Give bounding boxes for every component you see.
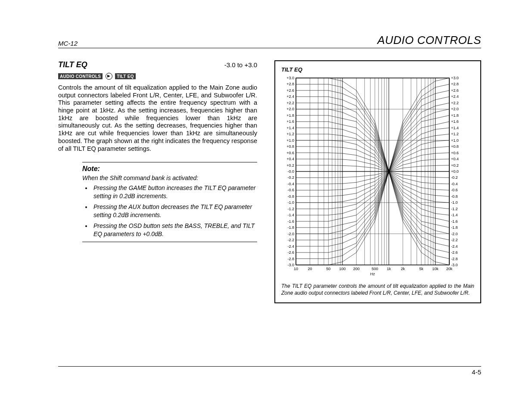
svg-text:500: 500 xyxy=(372,267,378,271)
svg-text:-2.4: -2.4 xyxy=(287,244,294,249)
svg-text:+2.8: +2.8 xyxy=(286,82,294,86)
svg-text:-2.2: -2.2 xyxy=(287,238,294,242)
svg-text:+0.8: +0.8 xyxy=(286,144,294,149)
breadcrumb-b: TILT EQ xyxy=(115,73,136,79)
svg-text:-0.2: -0.2 xyxy=(451,175,458,180)
svg-text:-2.8: -2.8 xyxy=(451,257,458,261)
svg-text:+1.2: +1.2 xyxy=(286,132,294,136)
svg-text:-3.0: -3.0 xyxy=(287,263,294,267)
svg-text:+0.4: +0.4 xyxy=(451,157,459,161)
svg-text:2k: 2k xyxy=(401,267,405,271)
svg-text:-0.8: -0.8 xyxy=(287,194,294,199)
right-column: TILT EQ +3.0+2.8+2.6+2.4+2.2+2.0+1.8+1.6… xyxy=(274,60,481,303)
svg-text:-1.0: -1.0 xyxy=(287,200,294,205)
svg-text:+1.0: +1.0 xyxy=(286,138,294,143)
svg-text:+0.2: +0.2 xyxy=(286,163,294,168)
svg-text:-0.4: -0.4 xyxy=(451,182,458,186)
svg-text:5k: 5k xyxy=(419,267,423,271)
svg-text:+2.4: +2.4 xyxy=(451,94,459,99)
svg-text:-2.2: -2.2 xyxy=(451,238,458,242)
svg-text:+2.8: +2.8 xyxy=(451,82,459,86)
svg-text:+3.0: +3.0 xyxy=(451,76,459,80)
svg-text:-1.2: -1.2 xyxy=(451,207,458,211)
svg-text:+2.6: +2.6 xyxy=(286,88,294,93)
svg-text:-1.4: -1.4 xyxy=(287,213,294,217)
svg-text:Hz: Hz xyxy=(370,272,375,276)
svg-text:-1.0: -1.0 xyxy=(451,200,458,205)
chart-title: TILT EQ xyxy=(281,66,474,73)
svg-text:10: 10 xyxy=(294,267,298,271)
svg-text:+1.0: +1.0 xyxy=(451,138,459,143)
note-box: Note: When the Shift command bank is act… xyxy=(82,159,257,242)
svg-text:-0.4: -0.4 xyxy=(287,182,294,186)
svg-text:-0.6: -0.6 xyxy=(451,188,458,192)
note-item: Pressing the AUX button decreases the TI… xyxy=(92,203,257,219)
svg-text:+2.0: +2.0 xyxy=(451,107,459,111)
chart-caption: The TILT EQ parameter controls the amoun… xyxy=(281,283,474,296)
svg-text:100: 100 xyxy=(339,267,345,271)
svg-text:-1.6: -1.6 xyxy=(451,219,458,224)
svg-text:10k: 10k xyxy=(432,267,439,271)
svg-text:-1.8: -1.8 xyxy=(451,225,458,230)
svg-text:50: 50 xyxy=(326,267,330,271)
svg-text:+2.4: +2.4 xyxy=(286,94,294,99)
svg-text:-0.2: -0.2 xyxy=(287,175,294,180)
param-range: -3.0 to +3.0 xyxy=(224,61,257,68)
svg-text:+0.2: +0.2 xyxy=(451,163,459,168)
svg-text:-0.6: -0.6 xyxy=(287,188,294,192)
param-title: TILT EQ xyxy=(58,60,87,69)
svg-text:-2.4: -2.4 xyxy=(451,244,458,249)
svg-text:+2.2: +2.2 xyxy=(286,101,294,105)
note-item: Pressing the GAME button increases the T… xyxy=(92,184,257,200)
svg-text:-1.6: -1.6 xyxy=(287,219,294,224)
svg-text:+3.0: +3.0 xyxy=(286,76,294,80)
svg-text:200: 200 xyxy=(353,267,360,271)
svg-text:+1.4: +1.4 xyxy=(451,126,459,130)
chart-panel: TILT EQ +3.0+2.8+2.6+2.4+2.2+2.0+1.8+1.6… xyxy=(274,60,481,303)
svg-text:+1.4: +1.4 xyxy=(286,126,294,130)
svg-text:-2.0: -2.0 xyxy=(451,232,458,236)
svg-text:-1.8: -1.8 xyxy=(287,225,294,230)
svg-text:+2.2: +2.2 xyxy=(451,101,459,105)
page-header: MC-12 AUDIO CONTROLS xyxy=(58,34,481,48)
svg-text:+1.6: +1.6 xyxy=(451,119,459,124)
page-number: 4-5 xyxy=(472,368,481,376)
chevron-right-icon: ▶ xyxy=(106,73,112,80)
svg-text:+0.0: +0.0 xyxy=(451,169,459,174)
note-subtitle: When the Shift command bank is activated… xyxy=(82,174,257,181)
svg-text:+0.4: +0.4 xyxy=(286,157,294,161)
breadcrumb: AUDIO CONTROLS ▶ TILT EQ xyxy=(58,72,257,80)
svg-text:+1.8: +1.8 xyxy=(451,113,459,118)
svg-text:-0.8: -0.8 xyxy=(451,194,458,199)
svg-text:-2.0: -2.0 xyxy=(287,232,294,236)
svg-text:+0.6: +0.6 xyxy=(451,151,459,155)
svg-text:-0.0: -0.0 xyxy=(287,169,294,174)
svg-text:20k: 20k xyxy=(446,267,453,271)
note-item: Pressing the OSD button sets the BASS, T… xyxy=(92,222,257,238)
svg-text:+2.6: +2.6 xyxy=(451,88,459,93)
svg-text:+0.8: +0.8 xyxy=(451,144,459,149)
svg-text:+0.6: +0.6 xyxy=(286,151,294,155)
body-text: Controls the amount of tilt equalization… xyxy=(58,84,257,153)
svg-text:1k: 1k xyxy=(387,267,391,271)
header-left: MC-12 xyxy=(58,40,78,47)
svg-text:+1.6: +1.6 xyxy=(286,119,294,124)
svg-text:-2.6: -2.6 xyxy=(287,250,294,255)
header-right: AUDIO CONTROLS xyxy=(377,34,481,47)
left-column: TILT EQ -3.0 to +3.0 AUDIO CONTROLS ▶ TI… xyxy=(58,60,257,303)
svg-text:-2.6: -2.6 xyxy=(451,250,458,255)
svg-text:+1.8: +1.8 xyxy=(286,113,294,118)
note-title: Note: xyxy=(82,165,257,173)
svg-text:+2.0: +2.0 xyxy=(286,107,294,111)
svg-text:-1.2: -1.2 xyxy=(287,207,294,211)
svg-text:-2.8: -2.8 xyxy=(287,257,294,261)
svg-text:+1.2: +1.2 xyxy=(451,132,459,136)
tilt-eq-chart: +3.0+2.8+2.6+2.4+2.2+2.0+1.8+1.6+1.4+1.2… xyxy=(281,76,462,279)
svg-text:20: 20 xyxy=(308,267,312,271)
svg-text:-1.4: -1.4 xyxy=(451,213,458,217)
page-footer: 4-5 xyxy=(58,366,481,376)
breadcrumb-a: AUDIO CONTROLS xyxy=(58,73,103,79)
